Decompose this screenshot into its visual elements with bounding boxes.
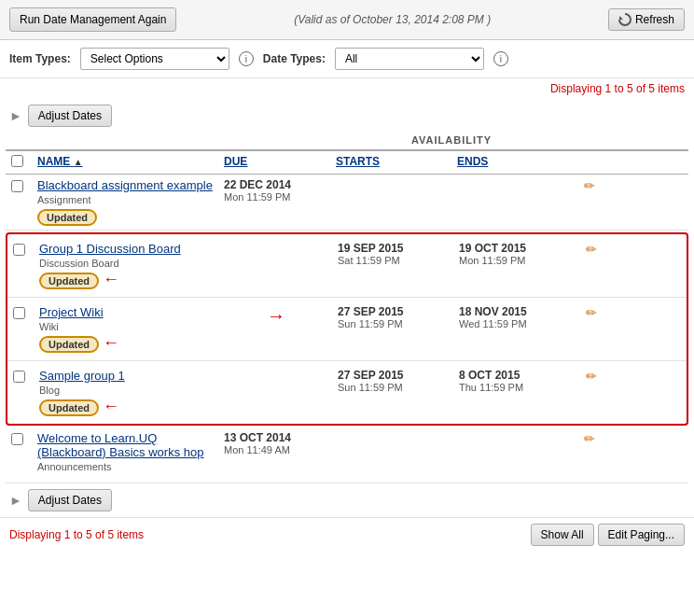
table-row: Project Wiki Wiki Updated ← → 27 SEP 201… — [7, 298, 687, 361]
adjust-dates-top-button[interactable]: Adjust Dates — [28, 105, 112, 127]
item-types-info-icon[interactable]: i — [239, 51, 254, 66]
column-headers: NAME ▲ DUE STARTS ENDS — [6, 149, 688, 175]
paging-buttons: Show All Edit Paging... — [531, 524, 685, 546]
row2-edit[interactable]: ✏ — [575, 238, 608, 260]
row3-right-arrow-icon: → — [267, 305, 285, 327]
header-ends[interactable]: ENDS — [451, 151, 573, 174]
table-row: Blackboard assignment example Assignment… — [6, 175, 688, 231]
row3-ends-time: Wed 11:59 PM — [459, 318, 569, 329]
table-row: Sample group 1 Blog Updated ← 27 SEP 201… — [7, 361, 687, 424]
row5-due-time: Mon 11:49 AM — [224, 444, 325, 455]
row4-edit-icon[interactable]: ✏ — [586, 369, 597, 384]
row1-due: 22 DEC 2014 Mon 11:59 PM — [218, 175, 330, 206]
bottom-bar: Displaying 1 to 5 of 5 items Show All Ed… — [0, 517, 694, 552]
select-all-checkbox[interactable] — [11, 155, 23, 167]
row4-name-cell: Sample group 1 Blog Updated ← — [34, 365, 220, 420]
row1-due-date: 22 DEC 2014 — [224, 178, 325, 191]
row1-checkbox[interactable] — [6, 175, 32, 201]
item-types-select[interactable]: Select Options — [80, 48, 229, 70]
header-name[interactable]: NAME ▲ — [32, 151, 218, 174]
row3-due: → — [220, 301, 332, 330]
row3-edit-icon[interactable]: ✏ — [586, 305, 597, 320]
date-types-select[interactable]: All — [335, 48, 484, 70]
row4-updated-badge: Updated — [39, 399, 99, 416]
header-due[interactable]: DUE — [218, 151, 330, 174]
row3-ends-date: 18 NOV 2015 — [459, 305, 569, 318]
row4-due — [220, 365, 332, 372]
adjust-dates-bottom-button[interactable]: Adjust Dates — [28, 489, 112, 511]
row3-name-cell: Project Wiki Wiki Updated ← — [34, 301, 220, 357]
row1-item-type: Assignment — [37, 194, 213, 205]
filter-bar: Item Types: Select Options i Date Types:… — [0, 40, 694, 78]
refresh-button[interactable]: Refresh — [608, 8, 685, 31]
row1-item-name[interactable]: Blackboard assignment example — [37, 178, 213, 192]
row3-starts-date: 27 SEP 2015 — [338, 305, 448, 318]
row1-due-time: Mon 11:59 PM — [224, 191, 325, 203]
table-row: Welcome to Learn.UQ (Blackboard) Basics … — [6, 427, 688, 483]
sort-arrow-icon: ▲ — [74, 157, 83, 167]
row2-edit-icon[interactable]: ✏ — [586, 242, 597, 257]
row4-left-arrow-icon: ← — [103, 397, 119, 416]
edit-paging-button[interactable]: Edit Paging... — [598, 524, 685, 546]
header-starts[interactable]: STARTS — [330, 151, 451, 174]
valid-as-of-text: (Valid as of October 13, 2014 2:08 PM ) — [294, 13, 491, 26]
row5-due-date: 13 OCT 2014 — [224, 431, 325, 444]
run-date-management-button[interactable]: Run Date Management Again — [9, 7, 176, 32]
row3-item-name[interactable]: Project Wiki — [39, 305, 215, 319]
row2-checkbox[interactable] — [7, 238, 34, 264]
red-border-availability-group: Group 1 Discussion Board Discussion Boar… — [6, 232, 688, 426]
row4-starts-time: Sun 11:59 PM — [338, 382, 448, 393]
availability-header-row: AVAILABILITY — [6, 133, 688, 147]
row1-edit-icon[interactable]: ✏ — [584, 178, 595, 193]
table-row: Group 1 Discussion Board Discussion Boar… — [7, 234, 687, 298]
row5-checkbox[interactable] — [6, 427, 32, 454]
row1-edit[interactable]: ✏ — [573, 175, 606, 197]
row2-starts-date: 19 SEP 2015 — [338, 242, 448, 255]
row4-ends-date: 8 OCT 2015 — [459, 369, 569, 382]
show-all-button[interactable]: Show All — [531, 524, 594, 546]
row2-starts: 19 SEP 2015 Sat 11:59 PM — [332, 238, 453, 270]
row2-item-name[interactable]: Group 1 Discussion Board — [39, 242, 215, 256]
date-types-info-icon[interactable]: i — [493, 51, 508, 66]
row5-item-type: Announcements — [37, 461, 213, 472]
header-actions — [573, 151, 606, 174]
row4-ends-time: Thu 11:59 PM — [459, 382, 569, 393]
row2-starts-time: Sat 11:59 PM — [338, 255, 448, 266]
row3-updated-badge: Updated — [39, 336, 99, 353]
row4-starts: 27 SEP 2015 Sun 11:59 PM — [332, 365, 453, 397]
row4-checkbox[interactable] — [7, 365, 34, 391]
row3-edit[interactable]: ✏ — [575, 301, 608, 324]
row5-starts — [330, 427, 451, 435]
row2-due — [220, 238, 332, 245]
row4-starts-date: 27 SEP 2015 — [338, 369, 448, 382]
row4-edit[interactable]: ✏ — [575, 365, 608, 387]
row3-checkbox[interactable] — [7, 301, 34, 328]
row2-ends: 19 OCT 2015 Mon 11:59 PM — [453, 238, 575, 270]
row5-item-name[interactable]: Welcome to Learn.UQ (Blackboard) Basics … — [37, 431, 213, 459]
refresh-label: Refresh — [635, 13, 674, 26]
row5-due: 13 OCT 2014 Mon 11:49 AM — [218, 427, 330, 459]
row5-ends — [451, 427, 573, 435]
svg-marker-0 — [619, 16, 623, 20]
display-count-top: Displaying 1 to 5 of 5 items — [0, 78, 694, 99]
adjust-dates-top-bar: ► Adjust Dates — [0, 99, 694, 133]
header-checkbox[interactable] — [6, 151, 32, 174]
row5-edit-icon[interactable]: ✏ — [584, 431, 595, 446]
adjust-arrow-icon-bottom: ► — [9, 493, 22, 508]
refresh-icon — [618, 13, 632, 26]
row1-ends — [451, 175, 573, 182]
adjust-arrow-icon-top: ► — [9, 108, 22, 123]
row3-left-arrow-icon: ← — [103, 333, 119, 353]
availability-label: AVAILABILITY — [330, 133, 573, 147]
row3-item-type: Wiki — [39, 321, 215, 332]
row1-updated-badge: Updated — [37, 209, 97, 226]
row4-item-name[interactable]: Sample group 1 — [39, 369, 215, 383]
row1-starts — [330, 175, 451, 182]
row5-edit[interactable]: ✏ — [573, 427, 606, 450]
row3-starts: 27 SEP 2015 Sun 11:59 PM — [332, 301, 453, 333]
row2-item-type: Discussion Board — [39, 258, 215, 269]
row1-name-cell: Blackboard assignment example Assignment… — [32, 175, 218, 230]
row5-name-cell: Welcome to Learn.UQ (Blackboard) Basics … — [32, 427, 218, 476]
row4-ends: 8 OCT 2015 Thu 11:59 PM — [453, 365, 575, 397]
display-count-bottom: Displaying 1 to 5 of 5 items — [9, 528, 144, 541]
